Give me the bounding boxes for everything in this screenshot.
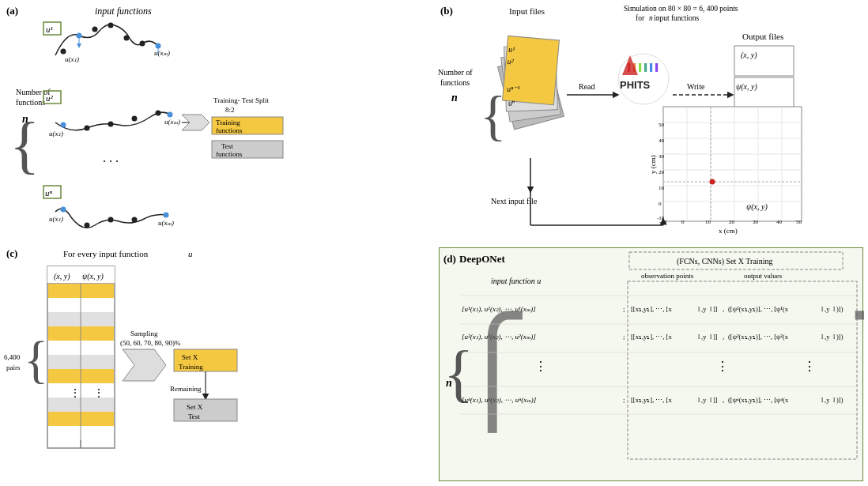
svg-text:⎧: ⎧ <box>454 311 531 433</box>
svg-text:⎫: ⎫ <box>847 311 864 433</box>
svg-text:functions: functions <box>216 150 243 158</box>
svg-text:Output files: Output files <box>742 32 783 41</box>
svg-text:▌: ▌ <box>644 62 649 72</box>
svg-text:(d): (d) <box>443 253 456 265</box>
svg-text:observation points: observation points <box>641 272 694 280</box>
svg-point-34 <box>108 217 114 223</box>
svg-text:;: ; <box>623 333 625 341</box>
svg-point-33 <box>85 223 90 228</box>
svg-text:-10: -10 <box>657 215 665 221</box>
svg-text:10: 10 <box>659 185 665 191</box>
svg-text:⋮: ⋮ <box>803 360 816 373</box>
svg-point-24 <box>132 116 138 122</box>
svg-point-26 <box>168 112 173 118</box>
svg-text:,y: ,y <box>825 305 830 313</box>
svg-text:input functions: input functions <box>95 6 152 17</box>
svg-text:u(x₁): u(x₁) <box>65 55 79 63</box>
svg-text:uⁿ⁻¹: uⁿ⁻¹ <box>507 84 520 93</box>
svg-text:l: l <box>821 333 824 341</box>
svg-text:)]): )]) <box>836 333 843 341</box>
svg-text:([ψⁿ(x₁,y₁)], ⋯, [ψⁿ(x: ([ψⁿ(x₁,y₁)], ⋯, [ψⁿ(x <box>728 396 789 404</box>
svg-text:(a): (a) <box>6 5 18 17</box>
panel-c-svg: (c) For every input function u (x, y) ψ(… <box>0 243 434 486</box>
svg-text:. . .: . . . <box>103 151 119 164</box>
svg-text:⋮: ⋮ <box>716 360 729 373</box>
svg-text:6,400: 6,400 <box>4 353 21 361</box>
svg-text:Sampling: Sampling <box>130 330 158 337</box>
panel-c: (c) For every input function u (x, y) ψ(… <box>0 243 434 486</box>
svg-text:x (cm): x (cm) <box>719 227 738 235</box>
svg-text:;: ; <box>623 396 625 404</box>
svg-point-32 <box>61 207 66 213</box>
svg-text:u²: u² <box>46 93 54 103</box>
svg-text:10: 10 <box>705 219 711 225</box>
svg-text:l: l <box>821 397 824 404</box>
panel-d: (d) DeepONet (FCNs, CNNs) Set X Training… <box>439 247 863 481</box>
svg-text:uⁿ: uⁿ <box>45 188 53 198</box>
svg-text:l: l <box>710 397 712 404</box>
svg-text:y (cm): y (cm) <box>649 155 657 174</box>
svg-text:l: l <box>821 306 824 313</box>
svg-text:50: 50 <box>659 122 665 128</box>
svg-text:ψ(x, y): ψ(x, y) <box>82 272 104 281</box>
svg-point-99 <box>710 179 715 185</box>
svg-point-35 <box>132 217 138 223</box>
svg-text:Training- Test Split: Training- Test Split <box>213 96 269 104</box>
svg-text:[[x₁,y₁], ⋯, [x: [[x₁,y₁], ⋯, [x <box>631 396 672 404</box>
svg-text:Number of: Number of <box>438 68 473 77</box>
svg-text:,y: ,y <box>701 396 707 404</box>
svg-text:0: 0 <box>659 201 662 207</box>
svg-text:]]: ]] <box>713 396 718 404</box>
svg-text:Set X: Set X <box>182 353 198 361</box>
svg-text:n: n <box>446 377 452 389</box>
svg-text:l: l <box>833 306 836 313</box>
svg-text:▌: ▌ <box>639 62 643 72</box>
svg-text:]]: ]] <box>713 333 718 341</box>
svg-text:l: l <box>833 333 836 341</box>
svg-text:l: l <box>710 306 712 313</box>
svg-text:l: l <box>698 333 700 341</box>
svg-text:u(xₘ): u(xₘ) <box>154 49 170 57</box>
svg-text:u(x₁): u(x₁) <box>49 215 63 223</box>
svg-text:,y: ,y <box>701 333 707 341</box>
svg-point-13 <box>140 41 145 47</box>
svg-text:,y: ,y <box>701 305 707 313</box>
svg-text:l: l <box>698 397 700 404</box>
svg-text:(FCNs, CNNs) Set X Training: (FCNs, CNNs) Set X Training <box>677 257 772 266</box>
svg-text:(x, y): (x, y) <box>54 272 70 281</box>
svg-text:Training: Training <box>216 119 240 126</box>
svg-text:▌: ▌ <box>655 62 660 72</box>
panel-a: (a) input functions { Number of function… <box>0 0 434 243</box>
svg-text:(c): (c) <box>6 247 17 259</box>
svg-text:Simulation on 80 × 80 = 6, 400: Simulation on 80 × 80 = 6, 400 points <box>624 5 738 13</box>
svg-text:50: 50 <box>796 219 802 225</box>
svg-text:u: u <box>188 249 193 258</box>
svg-text:,: , <box>723 305 724 313</box>
svg-text:ψ(x, y): ψ(x, y) <box>736 82 757 92</box>
svg-text:u²: u² <box>508 57 515 66</box>
svg-text:[u¹(x₁), u¹(x₂), ⋯, u¹(xₘ)]: [u¹(x₁), u¹(x₂), ⋯, u¹(xₘ)] <box>462 305 536 313</box>
svg-text:For every input function: For every input function <box>63 249 149 258</box>
svg-text:u(x₁): u(x₁) <box>49 130 63 138</box>
svg-text:Set X: Set X <box>187 403 203 411</box>
svg-text:ψ(x, y): ψ(x, y) <box>746 202 768 212</box>
svg-text:)]): )]) <box>836 305 843 313</box>
svg-rect-85 <box>663 107 802 221</box>
svg-point-25 <box>156 111 161 116</box>
svg-text:l: l <box>710 333 712 341</box>
svg-text:⋮: ⋮ <box>70 387 81 399</box>
svg-text:[[x₁,y₁], ⋯, [x: [[x₁,y₁], ⋯, [x <box>631 305 672 313</box>
svg-text:input function u: input function u <box>491 277 541 285</box>
svg-text:,: , <box>723 396 724 404</box>
svg-point-23 <box>108 122 114 127</box>
svg-text:PHITS: PHITS <box>620 79 651 91</box>
svg-text:Read: Read <box>579 82 595 91</box>
svg-text:20: 20 <box>729 219 735 225</box>
svg-point-21 <box>61 122 66 128</box>
svg-point-12 <box>124 36 130 41</box>
svg-text:(b): (b) <box>440 5 453 17</box>
svg-text:)]): )]) <box>836 396 843 404</box>
svg-text:u¹: u¹ <box>508 44 515 54</box>
svg-text:]]: ]] <box>713 305 718 313</box>
panel-a-svg: (a) input functions { Number of function… <box>0 0 434 243</box>
